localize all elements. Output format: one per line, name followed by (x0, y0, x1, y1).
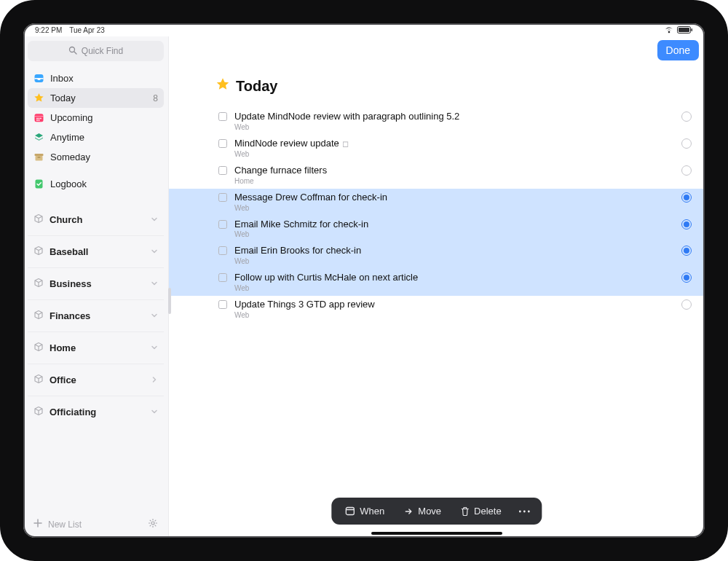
svg-rect-17 (38, 157, 41, 157)
delete-button[interactable]: Delete (451, 503, 510, 519)
chevron-right-icon (151, 374, 158, 385)
sidebar-item-logbook[interactable]: Logbook (28, 174, 164, 194)
plus-icon[interactable] (33, 519, 42, 530)
sidebar-item-label: Today (50, 93, 76, 103)
chevron-down-icon (151, 342, 158, 353)
svg-point-3 (69, 47, 74, 52)
layers-icon (33, 132, 44, 143)
svg-rect-9 (35, 116, 44, 117)
task-checkbox[interactable] (218, 300, 227, 309)
task-project-tag: Web (234, 257, 674, 266)
svg-point-11 (39, 118, 40, 119)
cube-icon (33, 213, 44, 226)
task-checkbox[interactable] (218, 166, 227, 175)
task-title: Change furnace filters (234, 165, 674, 177)
search-placeholder: Quick Find (82, 46, 123, 56)
task-selection-radio[interactable] (681, 111, 692, 122)
more-icon (519, 510, 531, 513)
main-content: Done Today Update MindNode review with p… (169, 36, 705, 538)
task-project-tag: Web (234, 284, 674, 293)
task-selection-radio[interactable] (681, 272, 692, 283)
svg-rect-16 (36, 156, 43, 161)
svg-rect-1 (678, 28, 689, 32)
sidebar-area-baseball[interactable]: Baseball (28, 236, 164, 268)
sidebar-item-upcoming[interactable]: Upcoming (28, 108, 164, 128)
area-label: Baseball (50, 246, 88, 257)
task-selection-radio[interactable] (681, 246, 692, 256)
task-checkbox[interactable] (218, 193, 227, 202)
task-checkbox[interactable] (218, 273, 227, 282)
task-row[interactable]: Email Erin Brooks for check-inWeb (169, 242, 705, 269)
inbox-icon (33, 73, 44, 84)
more-button[interactable] (512, 507, 538, 516)
svg-point-10 (36, 118, 38, 119)
sidebar-item-label: Logbook (50, 178, 87, 189)
task-checkbox[interactable] (218, 220, 227, 229)
chevron-down-icon (151, 278, 158, 289)
done-button[interactable]: Done (657, 40, 699, 60)
star-icon (215, 77, 230, 95)
task-selection-radio[interactable] (681, 219, 692, 230)
arrow-right-icon (403, 506, 414, 517)
task-row[interactable]: Change furnace filtersHome (169, 162, 705, 189)
task-row[interactable]: Message Drew Coffman for check-inWeb (169, 189, 705, 216)
task-row[interactable]: Email Mike Schmitz for check-inWeb (169, 216, 705, 243)
status-date: Tue Apr 23 (69, 26, 105, 34)
archive-icon (33, 152, 44, 162)
task-selection-radio[interactable] (681, 299, 692, 310)
home-indicator[interactable] (371, 532, 502, 535)
sidebar-area-finances[interactable]: Finances (28, 300, 164, 332)
task-title: Update Things 3 GTD app review (234, 299, 674, 311)
svg-rect-18 (36, 180, 43, 189)
task-project-tag: Web (234, 150, 674, 159)
sidebar-area-business[interactable]: Business (28, 268, 164, 300)
sidebar-item-someday[interactable]: Someday (28, 147, 164, 167)
task-selection-radio[interactable] (681, 138, 692, 149)
task-checkbox[interactable] (218, 112, 227, 121)
sidebar-area-church[interactable]: Church (28, 204, 164, 236)
task-row[interactable]: MindNode review update◻Web (169, 135, 705, 162)
scroll-indicator[interactable] (168, 288, 171, 314)
task-project-tag: Web (234, 230, 674, 239)
task-title: Email Mike Schmitz for check-in (234, 219, 674, 231)
task-selection-radio[interactable] (681, 165, 692, 176)
area-label: Church (50, 214, 83, 225)
task-row[interactable]: Follow up with Curtis McHale on next art… (169, 269, 705, 296)
when-button[interactable]: When (336, 503, 393, 519)
svg-point-23 (523, 510, 526, 512)
cube-icon (33, 406, 44, 418)
area-label: Office (50, 374, 76, 385)
sidebar-item-label: Upcoming (50, 112, 93, 123)
svg-point-12 (40, 118, 41, 119)
task-selection-radio[interactable] (681, 192, 692, 203)
attachment-icon: ◻ (342, 139, 349, 148)
task-row[interactable]: Update MindNode review with paragraph ou… (169, 108, 705, 135)
svg-point-22 (519, 510, 521, 512)
sidebar-area-home[interactable]: Home (28, 332, 164, 364)
task-checkbox[interactable] (218, 139, 227, 148)
svg-point-19 (151, 522, 154, 525)
cube-icon (33, 374, 44, 386)
task-project-tag: Home (234, 177, 674, 186)
sidebar-item-label: Someday (50, 152, 90, 162)
task-title: Message Drew Coffman for check-in (234, 192, 674, 204)
sidebar-area-office[interactable]: Office (28, 364, 164, 396)
task-checkbox[interactable] (218, 246, 227, 255)
chevron-down-icon (151, 407, 158, 417)
svg-point-14 (39, 119, 40, 121)
new-list-button[interactable]: New List (48, 519, 82, 530)
area-label: Business (50, 278, 92, 289)
sidebar-item-anytime[interactable]: Anytime (28, 128, 164, 147)
sidebar-item-label: Anytime (50, 132, 84, 143)
task-row[interactable]: Update Things 3 GTD app reviewWeb (169, 296, 705, 323)
sidebar-area-officiating[interactable]: Officiating (28, 396, 164, 428)
sidebar-item-inbox[interactable]: Inbox (28, 68, 164, 88)
star-icon (33, 93, 44, 103)
settings-icon[interactable] (148, 518, 158, 530)
sidebar-item-today[interactable]: Today 8 (28, 88, 164, 108)
task-title: Follow up with Curtis McHale on next art… (234, 272, 674, 284)
toolbar-label: Move (418, 506, 441, 517)
move-button[interactable]: Move (395, 503, 450, 519)
sidebar-item-label: Inbox (50, 73, 74, 84)
search-input[interactable]: Quick Find (28, 41, 164, 61)
